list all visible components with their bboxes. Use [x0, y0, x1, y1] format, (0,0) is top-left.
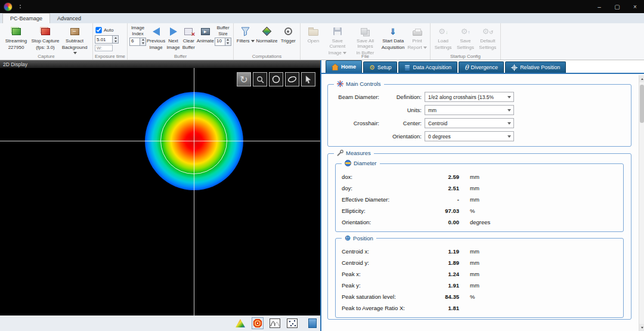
spin-down-icon — [142, 42, 144, 44]
center-value: Centroid — [428, 120, 447, 126]
view-2d-button[interactable] — [252, 317, 264, 329]
scroll-down-button[interactable] — [639, 324, 644, 331]
tab-data-acquisition[interactable]: Data Acquisition — [398, 61, 457, 73]
close-button[interactable]: × — [626, 0, 644, 13]
exposure-spin-arrows[interactable] — [113, 35, 119, 44]
home-icon — [332, 64, 339, 70]
open-button[interactable]: Open — [302, 24, 324, 44]
file-group-label: File — [301, 54, 430, 60]
save-all-images-button[interactable]: Save All Images in Buffer — [351, 24, 380, 56]
previous-image-button[interactable]: Previous Image — [147, 24, 165, 50]
theta-icon: θ — [465, 64, 469, 71]
filters-button[interactable]: Filters — [236, 24, 255, 44]
tab-relative-position[interactable]: Relative Position — [505, 61, 566, 73]
target-2d-icon — [253, 318, 262, 328]
view-3d-button[interactable] — [234, 317, 246, 329]
main-controls-section: Main Controls Beam Diameter: Definition:… — [327, 84, 631, 147]
subtract-background-button[interactable]: Subtract Background — [60, 24, 89, 56]
scroll-up-button[interactable] — [639, 75, 644, 82]
units-dropdown[interactable]: mm — [425, 105, 514, 115]
buffer-size-label2: Size — [218, 32, 228, 37]
profile-view-button[interactable] — [269, 317, 281, 329]
image-index-spinner[interactable]: 6 — [129, 38, 146, 46]
rotate-3d-button[interactable]: ↻ — [237, 72, 251, 86]
tab-setup[interactable]: ⚙ Setup — [363, 61, 397, 73]
save-current-label: Save Current — [325, 38, 350, 49]
measure-row: Orientation: 0.00 degrees — [342, 216, 617, 228]
diameter-section: Diameter dox: 2.59 mm doy: 2.51 mm Effec… — [335, 163, 624, 232]
circle-overlay-button[interactable] — [269, 72, 283, 86]
definition-value: 1/e2 along crosshairs {13.5% — [428, 94, 494, 100]
cursor-tool-button[interactable] — [301, 72, 315, 86]
ellipse-overlay-button[interactable] — [285, 72, 299, 86]
spin-down-icon — [114, 41, 117, 42]
exposure-w-field[interactable]: W: — [95, 45, 113, 51]
size-spin-arrows[interactable] — [225, 38, 231, 46]
settings-panel: Home ⚙ Setup Data Acquisition θ Divergen… — [320, 60, 644, 331]
measure-value: 97.03 — [422, 208, 459, 214]
measure-row: Peak saturation level: 84.35 % — [342, 291, 617, 302]
tab-divergence[interactable]: θ Divergence — [459, 61, 504, 73]
tab-home[interactable]: Home — [326, 60, 362, 73]
center-dropdown[interactable]: Centroid — [425, 118, 514, 128]
floppy-icon — [333, 27, 342, 35]
save-current-image-button[interactable]: Save Current Image — [325, 24, 350, 56]
rotate-icon: ↻ — [240, 74, 247, 85]
streaming-label: Streaming — [5, 38, 27, 44]
next-image-button[interactable]: Next Image — [166, 24, 181, 50]
auto-checkbox[interactable] — [95, 27, 101, 33]
load-settings-button[interactable]: ⚙↓ Load Settings — [432, 24, 454, 50]
title-bar: – ▢ × — [0, 0, 644, 13]
print-report-button[interactable]: Print Report — [406, 24, 428, 50]
save-all-label: Save All Images — [351, 38, 380, 49]
printer-icon — [413, 30, 422, 36]
buffer-size-spinner[interactable]: 10 — [215, 38, 231, 46]
previous-icon — [153, 27, 160, 36]
points-view-button[interactable] — [286, 317, 298, 329]
position-rows: Centroid x: 1.19 mm Centroid y: 1.89 mm … — [342, 246, 617, 314]
animate-button[interactable]: Animate — [197, 24, 214, 44]
load-settings-icon: ⚙↓ — [438, 27, 448, 35]
measure-label: Peak saturation level: — [342, 293, 422, 300]
index-spin-arrows[interactable] — [140, 38, 146, 46]
trigger-button[interactable]: Trigger — [278, 24, 298, 44]
zoom-button[interactable] — [253, 72, 267, 86]
crosshair-vertical — [194, 68, 194, 315]
fps-label: (fps: 3.0) — [36, 45, 55, 50]
computations-group-label: Computations — [234, 54, 300, 60]
normalize-label: Normalize — [256, 38, 277, 44]
save-settings-button[interactable]: ⚙↑ Save Settings — [454, 24, 476, 50]
default-settings-button[interactable]: ⚙↺ Default Settings — [477, 24, 499, 50]
diameter-legend: Diameter — [342, 160, 380, 166]
caret-down-icon — [423, 47, 427, 49]
display-panel: 2D Display ↻ — [0, 60, 320, 331]
measure-unit: mm — [459, 248, 501, 255]
startup-group-label: Startup Config — [431, 54, 500, 60]
ribbon-tab-pc-beamage[interactable]: PC-Beamage — [2, 13, 50, 23]
measure-unit: mm — [459, 282, 501, 289]
stop-capture-button[interactable]: Stop Capture (fps: 3.0) — [31, 24, 60, 50]
streaming-icon — [12, 28, 21, 35]
start-data-acquisition-button[interactable]: ⇓ Start Data Acquisition — [380, 24, 405, 50]
normalize-button[interactable]: Normalize — [256, 24, 277, 44]
definition-dropdown[interactable]: 1/e2 along crosshairs {13.5% — [425, 92, 514, 102]
ribbon-tab-advanced[interactable]: Advanced — [50, 13, 88, 23]
buffer-size-value: 10 — [215, 38, 225, 46]
streaming-button[interactable]: Streaming 227950 — [2, 24, 30, 50]
exposure-spinner[interactable]: 5.01 — [95, 35, 119, 44]
display-area[interactable]: ↻ — [0, 68, 320, 315]
minimize-button[interactable]: – — [590, 0, 608, 13]
stop-icon — [41, 28, 50, 35]
panel-scrollbar[interactable] — [639, 75, 644, 331]
diameter-title: Diameter — [354, 160, 377, 166]
image-index-label: Image — [131, 26, 144, 31]
clear-buffer-button[interactable]: Clear Buffer — [181, 24, 196, 50]
measure-value: 1.91 — [422, 282, 459, 289]
maximize-button[interactable]: ▢ — [608, 0, 626, 13]
measure-unit: mm — [459, 259, 501, 266]
position-title: Position — [353, 235, 373, 242]
auto-exposure-row: Auto — [95, 26, 113, 34]
orientation-dropdown[interactable]: 0 degrees — [425, 131, 514, 141]
extra-view-button[interactable] — [304, 317, 315, 329]
scroll-thumb[interactable] — [640, 85, 644, 123]
